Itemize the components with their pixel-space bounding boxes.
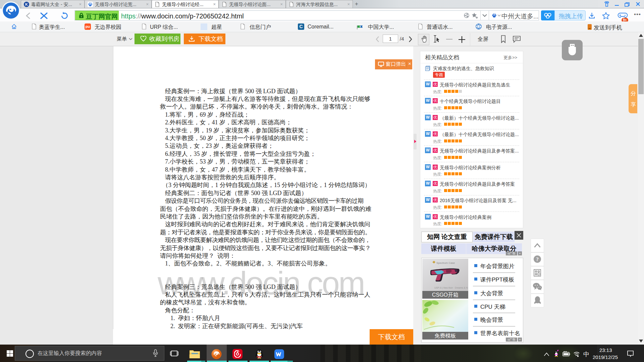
svg-text:Spectrum Case: Spectrum Case bbox=[436, 261, 455, 264]
svg-text:USP-S | Neo-Noir · Dreams & N: USP-S | Neo-Noir · Dreams & N bbox=[434, 287, 468, 289]
svg-text:?: ? bbox=[536, 256, 539, 262]
svg-text:K: K bbox=[25, 2, 28, 6]
